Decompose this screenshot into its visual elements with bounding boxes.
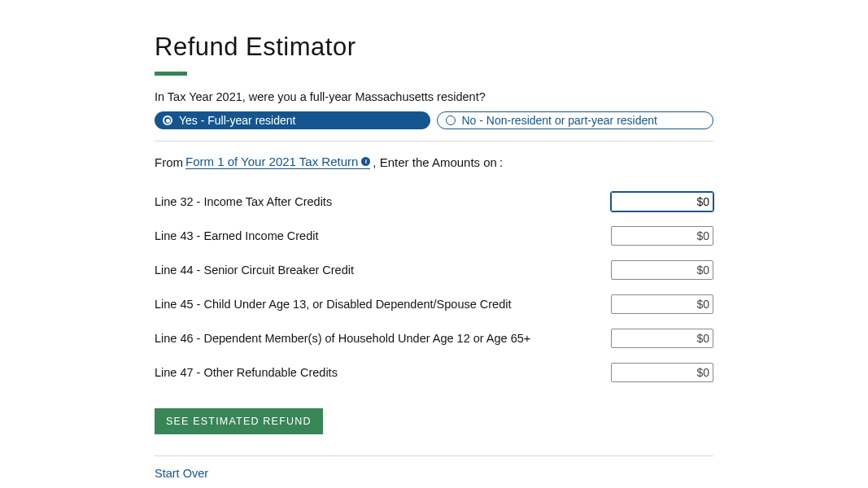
field-label: Line 46 - Dependent Member(s) of Househo… — [155, 332, 530, 345]
field-row: Line 44 - Senior Circuit Breaker Credit — [155, 260, 713, 280]
from-colon: : — [499, 155, 503, 169]
field-row: Line 45 - Child Under Age 13, or Disable… — [155, 294, 713, 314]
residency-question: In Tax Year 2021, were you a full-year M… — [155, 90, 713, 103]
see-estimated-refund-button[interactable]: SEE ESTIMATED REFUND — [155, 408, 323, 434]
from-instruction: From Form 1 of Your 2021 Tax Return i , … — [155, 155, 713, 169]
amount-input[interactable] — [611, 260, 713, 280]
from-suffix: , Enter the Amounts on — [373, 155, 497, 169]
from-prefix: From — [155, 155, 183, 169]
start-over-link[interactable]: Start Over — [155, 467, 208, 480]
field-row: Line 32 - Income Tax After Credits — [155, 192, 713, 211]
field-row: Line 43 - Earned Income Credit — [155, 226, 713, 246]
field-label: Line 47 - Other Refundable Credits — [155, 366, 338, 379]
page-title: Refund Estimator — [155, 33, 713, 62]
field-label: Line 44 - Senior Circuit Breaker Credit — [155, 264, 354, 277]
field-row: Line 46 - Dependent Member(s) of Househo… — [155, 329, 713, 348]
field-row: Line 47 - Other Refundable Credits — [155, 363, 713, 382]
radio-selected-icon — [163, 115, 172, 125]
amount-input[interactable] — [611, 363, 713, 382]
amount-input[interactable] — [611, 226, 713, 246]
field-label: Line 43 - Earned Income Credit — [155, 229, 319, 242]
field-label: Line 45 - Child Under Age 13, or Disable… — [155, 298, 512, 311]
info-icon: i — [361, 157, 370, 166]
amount-input[interactable] — [611, 294, 713, 314]
title-accent — [155, 72, 187, 76]
residency-radio-group: Yes - Full-year resident No - Non-reside… — [155, 111, 713, 129]
field-label: Line 32 - Income Tax After Credits — [155, 195, 332, 208]
divider — [155, 141, 713, 142]
form-link-text: Form 1 of Your 2021 Tax Return — [185, 155, 358, 168]
radio-unselected-icon — [446, 115, 456, 125]
radio-yes-label: Yes - Full-year resident — [179, 114, 295, 127]
radio-no-label: No - Non-resident or part-year resident — [462, 114, 657, 127]
amount-input[interactable] — [611, 329, 713, 348]
amount-input[interactable] — [611, 192, 713, 211]
radio-no[interactable]: No - Non-resident or part-year resident — [437, 111, 714, 129]
radio-yes[interactable]: Yes - Full-year resident — [155, 111, 430, 129]
form-1-link[interactable]: Form 1 of Your 2021 Tax Return i — [185, 155, 370, 169]
separator — [155, 455, 713, 456]
